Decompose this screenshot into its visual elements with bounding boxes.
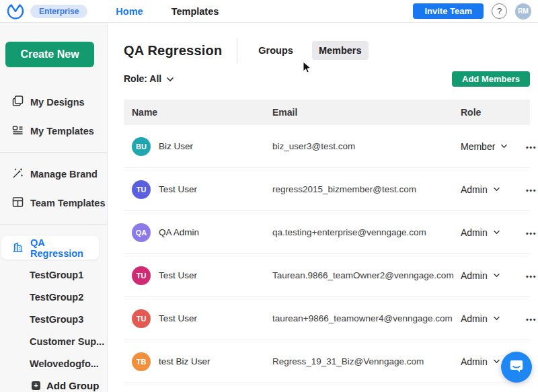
plus-icon: + <box>32 381 40 390</box>
member-name: Test User <box>159 313 197 323</box>
table-row: TUTest User taurean+9866_teamowner4@venn… <box>124 297 530 340</box>
chevron-down-icon <box>493 230 500 235</box>
grid-table-icon <box>12 196 24 210</box>
sidebar-group-testgroup1[interactable]: TestGroup1 <box>0 264 107 286</box>
member-avatar: QA <box>132 223 151 242</box>
role-dropdown[interactable]: Member <box>453 141 516 152</box>
member-email: Taurean.9866_teamOwner2@venngage.com <box>264 270 453 280</box>
add-members-button[interactable]: Add Members <box>452 71 530 87</box>
role-dropdown[interactable]: Admin <box>453 227 516 238</box>
sidebar-item-label: Team Templates <box>30 198 105 208</box>
sidebar-divider <box>0 224 107 225</box>
sidebar-divider <box>0 152 107 153</box>
table-row: BUBiz User biz_user3@test.com Member ••• <box>124 125 530 168</box>
member-email: taurean+9866_teamowner4@venngage.com <box>264 313 453 323</box>
table-header-row: Name Email Role <box>124 100 530 125</box>
row-menu-icon[interactable]: ••• <box>526 272 537 280</box>
row-menu-icon[interactable]: ••• <box>526 143 537 151</box>
member-name: Biz User <box>159 141 193 151</box>
table-row: TUTest User Taurean.9866_teamOwner2@venn… <box>124 254 530 297</box>
member-email: qa.testing+enterprise@venngage.com <box>264 227 453 237</box>
sidebar-item-team-templates[interactable]: Team Templates <box>0 188 107 217</box>
column-header-role: Role <box>453 107 516 118</box>
member-avatar: TU <box>132 309 151 328</box>
top-bar: Enterprise Home Templates Invite Team ? … <box>0 0 538 23</box>
sidebar-item-qa-regression-selected[interactable]: QA Regression <box>1 236 99 260</box>
table-row: TBtest Biz User Regress_19_31_Biz@Vennga… <box>124 340 530 383</box>
sidebar: Create New My Designs My Templates Manag… <box>0 23 108 392</box>
nav-home[interactable]: Home <box>116 6 143 17</box>
sidebar-group-customer-support[interactable]: Customer Sup... <box>0 330 107 352</box>
row-menu-icon[interactable]: ••• <box>526 315 537 323</box>
magic-wand-icon <box>12 167 24 181</box>
sidebar-item-label: My Designs <box>30 97 85 108</box>
help-icon[interactable]: ? <box>492 3 507 19</box>
designs-copy-icon <box>12 95 24 109</box>
chevron-down-icon <box>493 316 500 321</box>
role-dropdown[interactable]: Admin <box>453 270 516 281</box>
row-menu-icon[interactable]: ••• <box>526 229 537 237</box>
building-icon <box>12 241 24 255</box>
add-group-button[interactable]: + Add Group <box>0 375 107 392</box>
sidebar-item-my-designs[interactable]: My Designs <box>0 87 107 116</box>
sidebar-item-my-templates[interactable]: My Templates <box>0 116 107 145</box>
chat-launcher-button[interactable] <box>501 352 532 383</box>
role-dropdown[interactable]: Admin <box>453 184 516 195</box>
member-name: Test User <box>159 270 197 280</box>
sidebar-group-testgroup3[interactable]: TestGroup3 <box>0 308 107 330</box>
chevron-down-icon <box>493 187 500 192</box>
chevron-down-icon <box>166 73 174 84</box>
sidebar-group-testgroup2[interactable]: TestGroup2 <box>0 286 107 308</box>
top-navigation: Home Templates <box>116 6 219 17</box>
member-avatar: BU <box>132 137 151 156</box>
nav-templates[interactable]: Templates <box>171 6 219 17</box>
column-header-name: Name <box>124 107 264 118</box>
create-new-button[interactable]: Create New <box>5 42 94 67</box>
chevron-down-icon <box>493 359 500 364</box>
sidebar-item-label: Manage Brand <box>30 169 98 180</box>
role-filter-label: Role: All <box>124 73 161 84</box>
members-table: Name Email Role BUBiz User biz_user3@tes… <box>124 100 530 383</box>
chevron-down-icon <box>500 144 508 149</box>
row-menu-icon[interactable]: ••• <box>526 186 537 194</box>
member-avatar: TU <box>132 266 151 285</box>
header-divider <box>237 38 237 63</box>
chevron-down-icon <box>493 273 500 278</box>
member-name: test Biz User <box>159 356 210 366</box>
main-content: QA Regression Groups Members Role: All A… <box>108 23 538 392</box>
chat-bubble-icon <box>509 358 524 376</box>
member-email: biz_user3@test.com <box>264 141 453 151</box>
table-row: TUTest User regress2015_bizmember@test.c… <box>124 168 530 211</box>
member-avatar: TU <box>132 180 151 199</box>
tab-groups[interactable]: Groups <box>252 41 300 60</box>
role-filter-dropdown[interactable]: Role: All <box>124 73 174 84</box>
sidebar-item-label: My Templates <box>30 126 94 136</box>
sidebar-item-manage-brand[interactable]: Manage Brand <box>0 159 107 188</box>
venngage-logo-icon[interactable] <box>7 2 24 20</box>
invite-team-button[interactable]: Invite Team <box>413 3 484 19</box>
enterprise-badge: Enterprise <box>30 5 87 18</box>
tab-members[interactable]: Members <box>312 41 369 60</box>
table-row: QAQA Admin qa.testing+enterprise@venngag… <box>124 211 530 254</box>
member-email: regress2015_bizmember@test.com <box>264 184 453 194</box>
user-avatar[interactable]: RM <box>515 3 531 19</box>
member-name: Test User <box>159 184 197 194</box>
member-email: Regress_19_31_Biz@Venngage.com <box>264 356 453 366</box>
selected-team-label: QA Regression <box>30 237 99 259</box>
page-title: QA Regression <box>124 43 222 58</box>
role-dropdown[interactable]: Admin <box>453 313 516 324</box>
templates-list-icon <box>12 124 24 138</box>
column-header-email: Email <box>264 107 453 118</box>
add-group-label: Add Group <box>46 380 99 391</box>
member-name: QA Admin <box>159 227 199 237</box>
sidebar-group-welovedog[interactable]: Welovedogfo... <box>0 352 107 375</box>
member-avatar: TB <box>132 352 151 371</box>
